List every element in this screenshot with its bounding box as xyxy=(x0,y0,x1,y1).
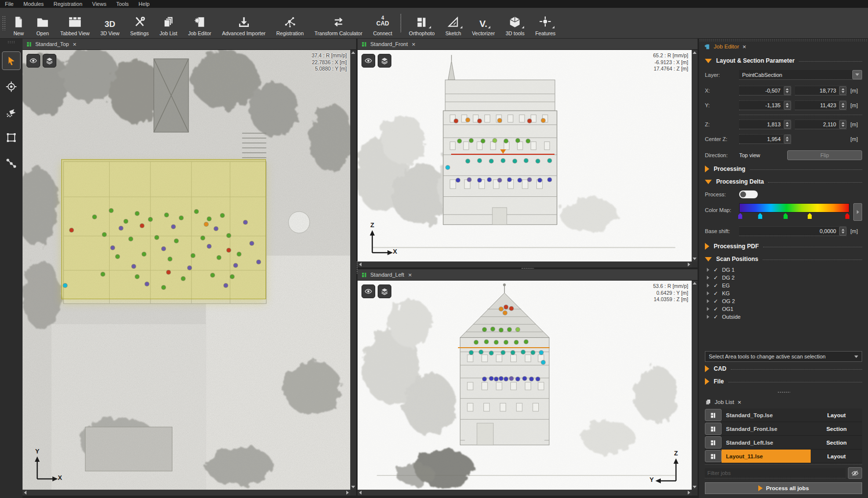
center-z-field[interactable]: 1,954 xyxy=(739,134,791,144)
vertical-scrollbar[interactable] xyxy=(350,50,356,490)
scan-point-marker[interactable] xyxy=(466,159,470,163)
job-list-button[interactable]: Job List xyxy=(154,8,183,38)
scroll-right-icon[interactable] xyxy=(346,491,349,495)
scan-point-marker[interactable] xyxy=(501,159,505,163)
check-icon[interactable]: ✓ xyxy=(713,283,719,289)
scan-point-marker[interactable] xyxy=(234,263,238,267)
scan-point-marker[interactable] xyxy=(489,351,493,355)
scan-point-marker[interactable] xyxy=(521,350,525,354)
select-tool-button[interactable] xyxy=(2,51,21,70)
scan-point-marker[interactable] xyxy=(507,178,511,182)
colormap-pin[interactable] xyxy=(758,213,762,219)
scan-point-marker[interactable] xyxy=(528,119,531,123)
colormap-pin[interactable] xyxy=(808,213,812,219)
job-editor-button[interactable]: Job Editor xyxy=(183,8,217,38)
scan-point-marker[interactable] xyxy=(503,311,507,315)
scan-point-marker[interactable] xyxy=(493,139,497,142)
flip-button[interactable]: Flip xyxy=(787,150,862,160)
scan-point-marker[interactable] xyxy=(220,213,224,217)
scan-position-row[interactable]: ✓ Outside xyxy=(707,313,862,321)
scan-point-marker[interactable] xyxy=(507,328,511,332)
layers-button[interactable] xyxy=(378,285,391,298)
menu-item[interactable]: Views xyxy=(92,1,106,7)
check-icon[interactable]: ✓ xyxy=(713,267,719,273)
close-icon[interactable]: × xyxy=(73,41,77,47)
scan-point-marker[interactable] xyxy=(482,328,486,332)
open-button[interactable]: Open xyxy=(30,8,55,38)
advanced-importer-button[interactable]: Advanced Importer xyxy=(217,8,271,38)
spinner[interactable] xyxy=(784,120,791,129)
scan-selection-dropdown[interactable]: Select Area tools to change active scan … xyxy=(705,351,862,362)
scan-point-marker[interactable] xyxy=(135,275,139,279)
rectangle-select-tool-button[interactable] xyxy=(2,129,20,146)
scan-point-marker[interactable] xyxy=(531,351,535,355)
expand-arrow-icon[interactable] xyxy=(707,307,709,311)
vertical-scrollbar[interactable] xyxy=(692,50,698,261)
scan-point-marker[interactable] xyxy=(469,351,473,355)
scan-point-marker[interactable] xyxy=(504,377,508,381)
scan-point-marker[interactable] xyxy=(454,119,458,123)
scan-point-marker[interactable] xyxy=(456,178,460,182)
spinner[interactable] xyxy=(784,101,791,110)
scan-point-marker[interactable] xyxy=(243,220,247,224)
layers-button[interactable] xyxy=(378,54,391,68)
scroll-right-icon[interactable] xyxy=(688,491,690,495)
palette-grip[interactable] xyxy=(7,41,15,44)
scan-point-marker[interactable] xyxy=(504,139,508,143)
job-row[interactable]: Standard_Top.lse Layout xyxy=(705,408,862,422)
scan-point-marker[interactable] xyxy=(516,139,520,142)
spinner[interactable] xyxy=(839,86,846,95)
scan-point-marker[interactable] xyxy=(101,272,105,276)
scan-point-marker[interactable] xyxy=(516,328,520,332)
scan-point-marker[interactable] xyxy=(499,377,503,380)
scan-point-marker[interactable] xyxy=(257,260,261,264)
transform-calculator-button[interactable]: Transform Calculator xyxy=(309,8,368,38)
job-type-icon[interactable] xyxy=(705,450,722,462)
job-type-icon[interactable] xyxy=(705,436,722,449)
visibility-button[interactable] xyxy=(362,285,375,298)
job-type-icon[interactable] xyxy=(705,423,722,435)
section-cad[interactable]: CAD xyxy=(705,365,862,372)
scan-point-marker[interactable] xyxy=(168,257,172,261)
menu-item[interactable]: Tools xyxy=(116,1,129,7)
scan-point-marker[interactable] xyxy=(523,377,527,380)
scan-point-marker[interactable] xyxy=(491,327,495,331)
pan-center-tool-button[interactable] xyxy=(2,78,20,95)
scan-position-row[interactable]: ✓ KG xyxy=(707,289,862,297)
scan-point-marker[interactable] xyxy=(191,254,195,258)
scan-point-marker[interactable] xyxy=(250,241,254,245)
scroll-down-icon[interactable] xyxy=(351,486,355,488)
settings-button[interactable]: Settings xyxy=(125,8,154,38)
colormap-pin[interactable] xyxy=(845,213,849,219)
expand-arrow-icon[interactable] xyxy=(707,291,709,295)
scan-point-marker[interactable] xyxy=(478,119,482,123)
scan-point-marker[interactable] xyxy=(487,178,491,182)
scan-point-marker[interactable] xyxy=(132,264,136,268)
scan-point-marker[interactable] xyxy=(536,377,540,381)
vertical-scrollbar[interactable] xyxy=(692,281,698,490)
scan-point-marker[interactable] xyxy=(518,178,522,182)
scan-point-marker[interactable] xyxy=(214,227,218,231)
scan-point-marker[interactable] xyxy=(489,377,493,380)
z-max-field[interactable]: 2,110 xyxy=(795,119,847,129)
scan-position-row[interactable]: ✓ DG 1 xyxy=(707,266,862,274)
features-button[interactable]: Features xyxy=(530,8,561,38)
scan-point-marker[interactable] xyxy=(478,159,482,163)
scan-point-marker[interactable] xyxy=(63,284,67,287)
process-toggle[interactable] xyxy=(739,190,758,198)
section-file[interactable]: File xyxy=(705,378,862,385)
horizontal-scrollbar[interactable] xyxy=(358,490,692,496)
polyline-tool-button[interactable] xyxy=(2,154,20,172)
scan-point-marker[interactable] xyxy=(204,222,208,226)
scan-point-marker[interactable] xyxy=(474,340,478,344)
scan-point-marker[interactable] xyxy=(538,178,542,182)
scan-point-marker[interactable] xyxy=(504,340,508,344)
scroll-down-icon[interactable] xyxy=(693,486,697,488)
spinner[interactable] xyxy=(839,227,846,236)
scan-point-marker[interactable] xyxy=(466,118,470,122)
scan-point-marker[interactable] xyxy=(511,351,515,355)
scan-point-marker[interactable] xyxy=(541,119,545,122)
scan-point-marker[interactable] xyxy=(499,328,503,332)
y-min-field[interactable]: -1,135 xyxy=(739,100,791,110)
scan-position-row[interactable]: ✓ DG 2 xyxy=(707,274,862,282)
